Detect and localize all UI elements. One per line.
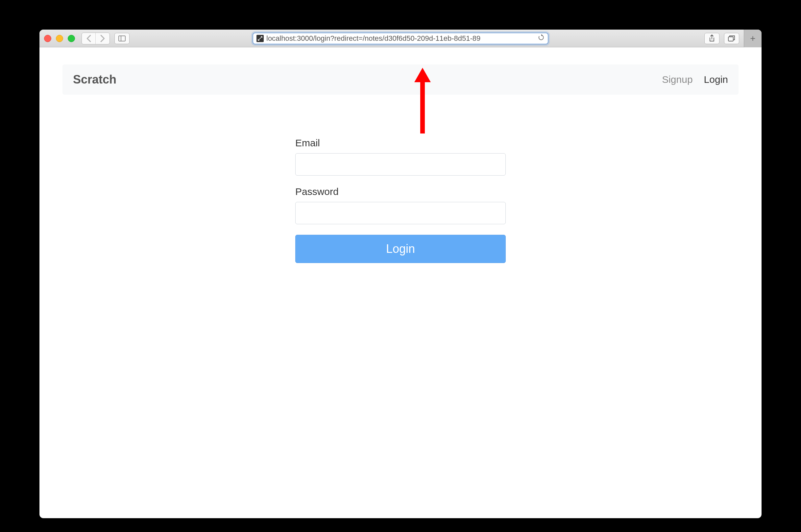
login-form: Email Password Login <box>295 137 506 263</box>
forward-button[interactable] <box>96 33 110 44</box>
address-bar[interactable]: localhost:3000/login?redirect=/notes/d30… <box>252 33 549 44</box>
favicon-icon <box>256 35 264 42</box>
minimize-window-button[interactable] <box>56 35 63 42</box>
nav-links: Signup Login <box>662 74 728 85</box>
sidebar-toggle-button[interactable] <box>114 33 130 44</box>
back-button[interactable] <box>82 33 96 44</box>
password-input[interactable] <box>295 202 506 224</box>
svg-rect-2 <box>728 37 733 41</box>
tabs-icon <box>728 35 735 42</box>
plus-icon: + <box>750 33 755 44</box>
password-label: Password <box>295 186 506 197</box>
sidebar-icon <box>118 36 126 41</box>
maximize-window-button[interactable] <box>68 35 75 42</box>
signup-link[interactable]: Signup <box>662 74 692 85</box>
share-button[interactable] <box>704 33 720 44</box>
page-content: Scratch Signup Login Email Password Logi… <box>39 64 762 518</box>
svg-rect-0 <box>119 36 125 41</box>
close-window-button[interactable] <box>44 35 51 42</box>
share-icon <box>709 35 715 42</box>
email-label: Email <box>295 137 506 149</box>
new-tab-button[interactable]: + <box>744 30 762 48</box>
nav-buttons <box>81 33 110 44</box>
browser-chrome: localhost:3000/login?redirect=/notes/d30… <box>39 30 762 48</box>
login-link[interactable]: Login <box>704 74 728 85</box>
traffic-lights <box>44 35 75 42</box>
login-button[interactable]: Login <box>295 235 506 263</box>
url-text[interactable]: localhost:3000/login?redirect=/notes/d30… <box>266 34 535 43</box>
reload-icon[interactable] <box>538 34 545 43</box>
browser-window: localhost:3000/login?redirect=/notes/d30… <box>39 30 762 518</box>
tabs-button[interactable] <box>724 33 739 44</box>
app-header: Scratch Signup Login <box>62 64 739 95</box>
right-toolbar: + <box>704 30 757 48</box>
brand-title[interactable]: Scratch <box>73 73 116 87</box>
email-input[interactable] <box>295 153 506 175</box>
